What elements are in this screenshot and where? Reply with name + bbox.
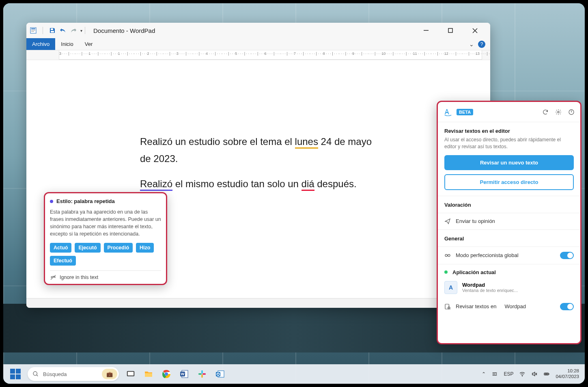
- languagetool-panel: BETA Revisar textos en el editor Al usar…: [437, 101, 582, 344]
- general-heading: General: [444, 236, 574, 242]
- svg-point-9: [558, 111, 559, 113]
- lt-header: BETA: [438, 102, 580, 122]
- ribbon-collapse-icon[interactable]: ⌄: [469, 41, 474, 48]
- send-feedback-row[interactable]: Enviar tu opinión: [438, 213, 580, 230]
- review-in-app-row: Revisar textos en Wordpad: [438, 298, 580, 315]
- svg-point-12: [448, 254, 450, 256]
- suggestion-chips: ActuóEjecutóProcedióHizoEfectuó: [50, 243, 161, 271]
- lt-editor-section: Revisar textos en el editor Al usar el a…: [438, 122, 580, 196]
- svg-rect-26: [201, 374, 203, 378]
- power-icon[interactable]: [568, 109, 575, 115]
- svg-point-32: [522, 376, 523, 376]
- beta-badge: BETA: [457, 109, 473, 115]
- svg-rect-24: [201, 370, 203, 374]
- taskbar-search[interactable]: Búsqueda 💼: [28, 367, 119, 381]
- ignore-button[interactable]: Ignore in this text: [50, 271, 161, 281]
- suggestion-chip[interactable]: Hizo: [136, 243, 154, 253]
- save-icon[interactable]: [49, 27, 56, 34]
- svg-rect-2: [31, 30, 35, 30]
- chrome-icon[interactable]: [160, 368, 172, 380]
- system-tray: ⌃ ESP 10:28 04/07/2023: [482, 368, 579, 380]
- paragraph-1[interactable]: Realizó un estudio sobre el tema el lune…: [140, 133, 375, 167]
- search-icon: [32, 371, 39, 377]
- search-placeholder: Búsqueda: [43, 371, 67, 377]
- svg-point-15: [33, 372, 37, 375]
- suggestion-chip[interactable]: Procedió: [104, 243, 133, 253]
- svg-rect-25: [198, 373, 202, 375]
- svg-rect-4: [51, 28, 53, 30]
- battery-icon[interactable]: [543, 371, 550, 377]
- allow-shortcut-button[interactable]: Permitir acceso directo: [444, 174, 574, 190]
- titlebar[interactable]: ▾ Documento - WordPad: [26, 23, 490, 38]
- svg-rect-6: [424, 30, 429, 31]
- search-highlight-icon: 💼: [102, 369, 117, 379]
- word-icon[interactable]: W: [178, 368, 190, 380]
- perfectionist-toggle[interactable]: [560, 252, 574, 259]
- minimize-button[interactable]: [418, 24, 434, 37]
- menu-inicio[interactable]: Inicio: [55, 38, 79, 50]
- app-description: Ventana de texto enriquec...: [462, 288, 518, 293]
- app-name: Wordpad: [462, 282, 518, 288]
- volume-muted-icon[interactable]: [531, 371, 538, 377]
- close-button[interactable]: [467, 24, 483, 37]
- valoracion-heading: Valoración: [444, 202, 574, 208]
- perfectionist-mode-row: Modo perfeccionista global: [438, 246, 580, 264]
- menu-archivo[interactable]: Archivo: [26, 38, 55, 50]
- svg-rect-17: [128, 372, 134, 376]
- style-warning-word[interactable]: lunes: [295, 136, 318, 149]
- suggestion-chip[interactable]: Efectuó: [50, 256, 76, 266]
- svg-rect-34: [549, 374, 549, 375]
- tray-settings-icon[interactable]: [491, 371, 498, 377]
- svg-rect-18: [145, 373, 152, 377]
- maximize-button[interactable]: [442, 24, 459, 37]
- svg-point-11: [445, 254, 447, 256]
- help-icon[interactable]: ?: [478, 41, 485, 48]
- current-app-heading: Aplicación actual: [452, 269, 496, 275]
- start-button[interactable]: [9, 368, 22, 381]
- spelling-error-word[interactable]: diá: [302, 178, 314, 191]
- redo-icon[interactable]: [70, 27, 77, 34]
- undo-icon[interactable]: [59, 27, 67, 34]
- svg-rect-3: [31, 31, 34, 32]
- issue-type-dot-icon: [50, 200, 53, 203]
- ignore-label: Ignore in this text: [60, 275, 98, 280]
- svg-text:W: W: [181, 372, 185, 376]
- lt-logo-icon: [444, 108, 452, 117]
- svg-rect-35: [545, 374, 548, 375]
- statusbar: 100%: [26, 298, 490, 308]
- send-icon: [444, 218, 451, 225]
- wordpad-app-icon: A: [444, 281, 457, 294]
- review-in-app-toggle[interactable]: [560, 303, 574, 310]
- outlook-icon[interactable]: [214, 368, 226, 380]
- tray-overflow-icon[interactable]: ⌃: [482, 371, 486, 377]
- svg-rect-5: [51, 31, 54, 32]
- wifi-icon[interactable]: [519, 371, 526, 377]
- clock[interactable]: 10:28 04/07/2023: [556, 368, 579, 380]
- review-new-text-button[interactable]: Revisar un nuevo texto: [444, 155, 574, 170]
- svg-rect-1: [31, 28, 35, 29]
- popup-title: Estilo: palabra repetida: [56, 198, 115, 204]
- desktop: ▾ Documento - WordPad Archivo Inicio Ver…: [3, 3, 585, 384]
- quick-access-toolbar: ▾: [30, 27, 82, 34]
- task-view-icon[interactable]: [125, 368, 137, 380]
- language-indicator[interactable]: ESP: [504, 371, 513, 377]
- refresh-icon[interactable]: [542, 109, 549, 115]
- suggestion-chip[interactable]: Actuó: [50, 243, 71, 253]
- lt-section-title: Revisar textos en el editor: [444, 128, 574, 134]
- menubar: Archivo Inicio Ver ⌄ ?: [26, 38, 490, 50]
- active-dot-icon: [444, 270, 448, 274]
- file-explorer-icon[interactable]: [142, 368, 155, 380]
- suggestion-chip[interactable]: Ejecutó: [75, 243, 100, 253]
- taskbar: Búsqueda 💼 W ⌃ ESP 10:28 04/07/2023: [3, 364, 585, 384]
- current-app-row: A Wordpad Ventana de texto enriquec...: [438, 277, 580, 298]
- glasses-icon: [444, 252, 451, 259]
- ruler[interactable]: 3 · · · | · · ·· · · | · · ·1 · · · | · …: [26, 50, 490, 60]
- qat-customize-icon[interactable]: ▾: [80, 28, 82, 33]
- paragraph-2[interactable]: Realizó el mismo estudio tan solo un diá…: [140, 175, 375, 192]
- menu-ver[interactable]: Ver: [79, 38, 99, 50]
- repetition-word[interactable]: Realizó: [140, 178, 172, 191]
- popup-description: Esta palabra ya ha aparecido en una de l…: [50, 208, 161, 238]
- slack-icon[interactable]: [196, 368, 208, 380]
- gear-icon[interactable]: [555, 109, 562, 115]
- window-title: Documento - WordPad: [93, 27, 155, 34]
